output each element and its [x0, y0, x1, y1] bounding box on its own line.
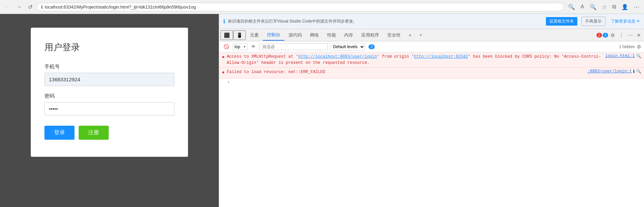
- error-badge: 2: [596, 33, 602, 38]
- console-settings-btn[interactable]: ⚙: [637, 44, 641, 50]
- console-error-1: ● Access to XMLHttpRequest at 'http://lo…: [219, 52, 644, 68]
- console-error-2: ● Failed to load resource: net::ERR_FAIL…: [219, 68, 644, 79]
- level-select[interactable]: Default levels: [330, 43, 365, 51]
- url-bar[interactable]: ℹ localhost:63342/MyProject/static/login…: [37, 3, 564, 11]
- console-source-2[interactable]: :8083/user/login:1: [587, 69, 632, 74]
- devtools-inspect-icon[interactable]: ⬛: [220, 30, 233, 40]
- error-link-2[interactable]: http://localhost:63342: [414, 54, 468, 59]
- search-icon-btn[interactable]: 🔍: [566, 2, 577, 12]
- button-group: 登录 注册: [44, 126, 174, 140]
- login-button[interactable]: 登录: [44, 126, 75, 140]
- expand-chevron[interactable]: ›: [227, 80, 230, 85]
- password-input[interactable]: [44, 102, 174, 115]
- search-icon-2[interactable]: 🔍: [636, 69, 641, 74]
- devtools-panel: ℹ 标识项目的根文件夹以打开Visual Studio Code中的源文件并同步…: [219, 14, 644, 207]
- tab-more[interactable]: »: [405, 30, 415, 40]
- console-expand-row: ›: [219, 79, 644, 86]
- console-count-badge: 3: [368, 44, 375, 49]
- tab-performance[interactable]: 性能: [323, 30, 340, 40]
- extensions-icon-btn[interactable]: ⧉: [610, 2, 618, 11]
- top-select-wrap: top: [233, 43, 247, 50]
- hidden-count-label: 1 hidden: [619, 44, 635, 49]
- devtools-tabs-bar: ⬛ 📱 元素 控制台 源代码 网络 性能 内存 应用程序 安全性 » + 2 3…: [219, 29, 644, 41]
- tab-application[interactable]: 应用程序: [357, 30, 383, 40]
- info-icon: ℹ: [41, 4, 43, 10]
- learn-more-button[interactable]: 了解更多信息 ✕: [611, 18, 640, 24]
- error-link-1[interactable]: http://localhost:8083/user/login: [298, 54, 377, 59]
- tab-elements[interactable]: 元素: [246, 30, 263, 40]
- tab-network[interactable]: 网络: [306, 30, 323, 40]
- url-text: localhost:63342/MyProject/static/login.h…: [45, 4, 560, 10]
- console-msg-2: Failed to load resource: net::ERR_FAILED: [227, 69, 585, 75]
- phone-group: 手机号: [44, 64, 174, 86]
- login-card: 用户登录 手机号 密码 登录 注册: [31, 28, 188, 157]
- favorites-icon-btn[interactable]: ☆: [600, 2, 609, 12]
- tab-sources[interactable]: 源代码: [284, 30, 306, 40]
- info-bar-text: 标识项目的根文件夹以打开Visual Studio Code中的源文件并同步更改…: [228, 18, 543, 24]
- info-btn-2[interactable]: ℹ: [633, 69, 635, 74]
- register-button[interactable]: 注册: [79, 126, 109, 140]
- search-icon-1[interactable]: 🔍: [636, 54, 641, 59]
- devtools-device-icon[interactable]: 📱: [233, 30, 246, 40]
- console-toolbar: 🚫 top 👁 Default levels 3 1 hidden ⚙: [219, 41, 644, 52]
- browser-toolbar: ← → ↺ ℹ localhost:63342/MyProject/static…: [0, 0, 644, 14]
- devtools-info-bar: ℹ 标识项目的根文件夹以打开Visual Studio Code中的源文件并同步…: [219, 14, 644, 29]
- main-area: 用户登录 手机号 密码 登录 注册 ℹ 标识项目的根文件夹以打开Visual S…: [0, 14, 644, 207]
- set-root-button[interactable]: 设置根文件夹: [546, 17, 577, 26]
- phone-input[interactable]: [44, 73, 174, 86]
- clear-console-btn[interactable]: 🚫: [222, 43, 231, 50]
- tab-add[interactable]: +: [415, 30, 426, 40]
- info-badge-count: 3: [603, 33, 608, 38]
- login-title: 用户登录: [44, 41, 174, 53]
- eye-icon-btn[interactable]: 👁: [250, 43, 257, 50]
- info-circle-icon: ℹ: [223, 18, 225, 25]
- devtools-dock-btn[interactable]: ⋮: [617, 31, 626, 39]
- translate-icon-btn[interactable]: A: [578, 2, 586, 11]
- back-button[interactable]: ←: [3, 2, 12, 11]
- tab-security[interactable]: 安全性: [383, 30, 405, 40]
- phone-label: 手机号: [44, 64, 174, 70]
- no-show-button[interactable]: 不再显示: [581, 17, 605, 26]
- profile-icon-btn[interactable]: 👤: [619, 2, 630, 12]
- console-source-1[interactable]: login.html:1: [605, 54, 635, 58]
- tab-console[interactable]: 控制台: [263, 30, 284, 41]
- more-icon-btn[interactable]: ⋯: [632, 2, 641, 12]
- console-content: ● Access to XMLHttpRequest at 'http://lo…: [219, 52, 644, 207]
- toolbar-icons: 🔍 A 🔍 ☆ ⧉ 👤 ⋯: [566, 2, 641, 12]
- tab-actions: 2 3 ⚙ ⋮ ⋯ ✕: [596, 31, 643, 39]
- console-msg-1: Access to XMLHttpRequest at 'http://loca…: [227, 54, 602, 66]
- password-group: 密码: [44, 93, 174, 115]
- devtools-more-btn[interactable]: ⋯: [626, 31, 634, 39]
- devtools-settings-btn[interactable]: ⚙: [609, 31, 617, 39]
- error-icon-2: ●: [222, 70, 225, 75]
- devtools-close-btn[interactable]: ✕: [635, 31, 643, 39]
- tab-memory[interactable]: 内存: [340, 30, 357, 40]
- filter-input[interactable]: [259, 43, 328, 50]
- forward-button[interactable]: →: [14, 2, 24, 11]
- password-label: 密码: [44, 93, 174, 99]
- reload-button[interactable]: ↺: [26, 2, 35, 12]
- context-select[interactable]: top: [233, 43, 247, 50]
- error-icon-1: ●: [222, 54, 225, 60]
- zoom-icon-btn[interactable]: 🔍: [588, 2, 599, 12]
- browser-page: 用户登录 手机号 密码 登录 注册: [0, 14, 219, 207]
